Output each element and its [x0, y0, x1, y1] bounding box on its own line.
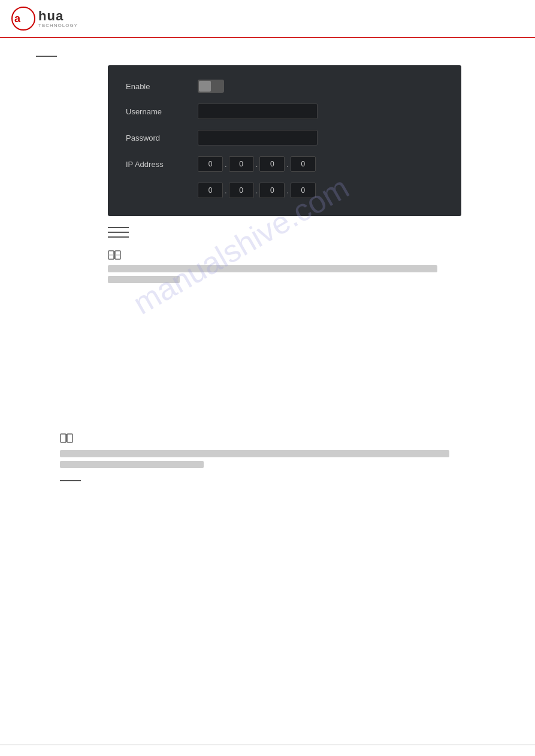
ip2-b[interactable] [229, 183, 254, 198]
bottom-text-block-1 [60, 450, 449, 457]
brand-name: hua [38, 10, 78, 23]
ip-address-row-2: . . . [126, 183, 443, 198]
sep-line-2 [108, 232, 129, 233]
ip1-dot-3: . [286, 160, 289, 169]
book-icon [108, 250, 121, 260]
password-input[interactable] [198, 130, 318, 145]
svg-text:a: a [14, 13, 21, 25]
page-header: a hua TECHNOLOGY [0, 0, 535, 38]
ip2-dot-1: . [224, 186, 228, 195]
ip2-c[interactable] [259, 183, 285, 198]
ip1-c[interactable] [259, 156, 285, 172]
ip1-a[interactable] [198, 156, 223, 172]
bottom-rule [60, 480, 81, 481]
ip-address-label: IP Address [126, 160, 198, 169]
password-label: Password [126, 133, 198, 142]
logo-text: hua TECHNOLOGY [38, 10, 78, 28]
main-content: Enable Username Password IP Address . . [0, 38, 535, 508]
bottom-note-section [60, 433, 499, 468]
sep-line-1 [108, 227, 129, 228]
password-row: Password [126, 130, 443, 145]
ip2-d[interactable] [291, 183, 316, 198]
logo: a hua TECHNOLOGY [11, 6, 78, 31]
brand-sub: TECHNOLOGY [38, 23, 78, 28]
svg-rect-7 [61, 434, 66, 442]
username-input[interactable] [198, 104, 318, 119]
ip2-a[interactable] [198, 183, 223, 198]
ip-address-row: IP Address . . . [126, 156, 443, 172]
note-icon-container [108, 250, 499, 260]
enable-label: Enable [126, 82, 198, 91]
config-panel: Enable Username Password IP Address . . [108, 65, 461, 216]
top-rule [36, 56, 57, 57]
ip2-dot-2: . [255, 186, 259, 195]
bottom-text-block-2 [60, 461, 204, 468]
note-text-block-1 [108, 265, 437, 272]
username-row: Username [126, 104, 443, 119]
note-section-1 [108, 250, 499, 283]
svg-rect-8 [67, 434, 72, 442]
ip1-dot-1: . [224, 160, 228, 169]
note-text-block-2 [108, 276, 180, 283]
dahua-logo-icon: a [11, 6, 36, 31]
ip-address-group-2: . . . [198, 183, 316, 198]
bottom-book-icon [60, 433, 73, 444]
content-spacer [36, 295, 499, 415]
ip1-d[interactable] [291, 156, 316, 172]
footer-rule [0, 745, 535, 745]
ip1-dot-2: . [255, 160, 259, 169]
ip2-dot-3: . [286, 186, 289, 195]
username-label: Username [126, 107, 198, 116]
enable-row: Enable [126, 80, 443, 93]
bottom-book-icon-container [60, 433, 499, 445]
sep-line-3 [108, 236, 129, 238]
ip-address-group-1: . . . [198, 156, 316, 172]
ip1-b[interactable] [229, 156, 254, 172]
separator-group [108, 227, 499, 238]
toggle-thumb [199, 81, 211, 92]
enable-toggle[interactable] [198, 80, 224, 93]
